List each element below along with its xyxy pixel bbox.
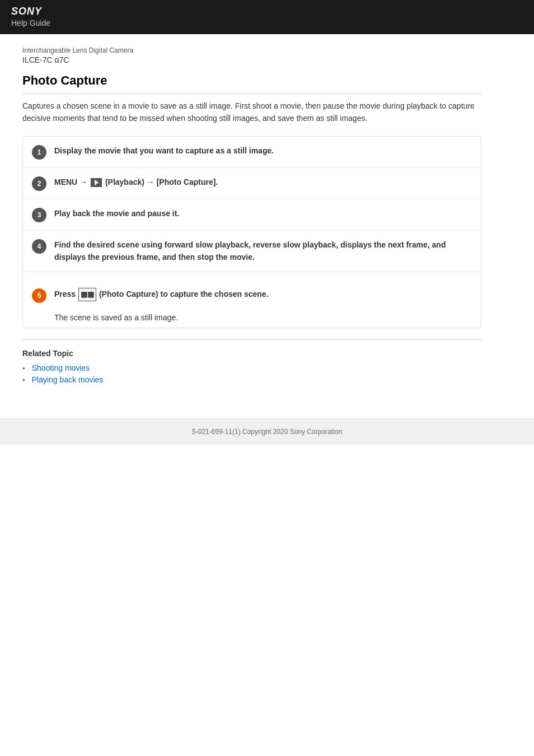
breadcrumb-line2: ILCE-7C α7C	[22, 55, 481, 64]
step-number-2: 2	[32, 176, 46, 191]
step-5-row: 5 Press ▦▦ (Photo Capture) to capture th…	[23, 280, 481, 309]
step-content-5: Press ▦▦ (Photo Capture) to capture the …	[54, 288, 472, 302]
step-4: 4 Find the desired scene using forward s…	[23, 231, 481, 272]
step-2-text: MENU → (Playback) → [Photo Capture].	[54, 178, 218, 186]
step-1-text: Display the movie that you want to captu…	[54, 146, 274, 155]
step-5-outer: 5 Press ▦▦ (Photo Capture) to capture th…	[23, 272, 481, 328]
step-3-text: Play back the movie and pause it.	[54, 209, 179, 218]
related-item-2: Playing back movies	[22, 375, 481, 384]
step-number-3: 3	[32, 208, 46, 222]
photo-capture-icon: ▦▦	[78, 288, 96, 302]
step-content-1: Display the movie that you want to captu…	[54, 144, 472, 157]
step-number-4: 4	[32, 239, 46, 254]
main-content: Interchangeable Lens Digital Camera ILCE…	[0, 34, 504, 407]
step-5-text: Press ▦▦ (Photo Capture) to capture the …	[54, 290, 269, 298]
step-number-5: 5	[32, 288, 46, 303]
related-link-shooting-movies[interactable]: Shooting movies	[32, 363, 90, 372]
related-link-playing-back-movies[interactable]: Playing back movies	[32, 375, 104, 384]
steps-container: 1 Display the movie that you want to cap…	[22, 136, 481, 328]
step-content-3: Play back the movie and pause it.	[54, 207, 472, 220]
header: SONY Help Guide	[0, 0, 534, 34]
breadcrumb: Interchangeable Lens Digital Camera ILCE…	[22, 45, 481, 64]
step-content-4: Find the desired scene using forward slo…	[54, 239, 472, 264]
related-title: Related Topic	[22, 349, 481, 358]
step-content-2: MENU → (Playback) → [Photo Capture].	[54, 176, 472, 188]
step-4-text: Find the desired scene using forward slo…	[54, 240, 446, 262]
related-item-1: Shooting movies	[22, 363, 481, 372]
page-title: Photo Capture	[22, 73, 481, 94]
step-number-1: 1	[32, 145, 46, 160]
playback-icon	[91, 178, 102, 187]
footer-text: 5-021-699-11(1) Copyright 2020 Sony Corp…	[192, 428, 342, 436]
footer: 5-021-699-11(1) Copyright 2020 Sony Corp…	[0, 418, 534, 445]
step-3: 3 Play back the movie and pause it.	[23, 199, 481, 231]
header-title: Help Guide	[11, 18, 523, 27]
step-5-note: The scene is saved as a still image.	[23, 309, 187, 328]
page-description: Captures a chosen scene in a movie to sa…	[22, 100, 481, 125]
related-list: Shooting movies Playing back movies	[22, 363, 481, 384]
sony-logo: SONY	[11, 6, 523, 17]
step-1: 1 Display the movie that you want to cap…	[23, 137, 481, 168]
related-section: Related Topic Shooting movies Playing ba…	[22, 339, 481, 396]
breadcrumb-line1: Interchangeable Lens Digital Camera	[22, 45, 481, 55]
step-2: 2 MENU → (Playback) → [Photo Capture].	[23, 168, 481, 199]
